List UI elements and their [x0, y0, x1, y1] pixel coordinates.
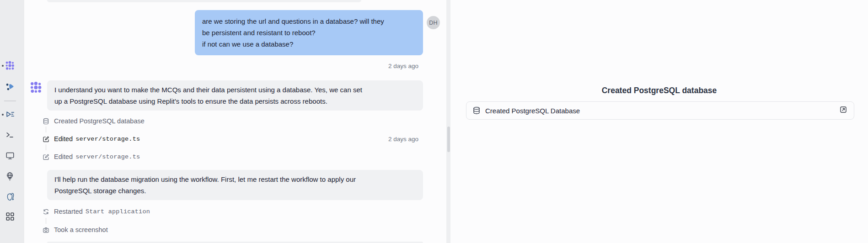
timeline-row-label: Restarted: [54, 208, 83, 215]
timeline-row-created-database[interactable]: Created PostgreSQL database: [43, 116, 145, 126]
refresh-icon: [43, 208, 49, 215]
workflows-indicator-dot: [2, 114, 4, 116]
dock-item-apps-grid[interactable]: [5, 211, 15, 222]
user-avatar: DH: [427, 16, 440, 29]
agent-avatar: [30, 81, 43, 94]
agent-sparkle-icon: [5, 61, 15, 71]
timeline-connector: [46, 144, 47, 150]
camera-icon: [43, 227, 49, 233]
chat-scrollbar-track: [446, 0, 450, 243]
dock-item-agent[interactable]: [5, 61, 15, 71]
edit-file-icon: [43, 153, 49, 160]
agent-chat-panel: are we storing the url and questions in …: [24, 0, 446, 243]
database-icon: [43, 118, 49, 125]
dock-item-postgresql[interactable]: [5, 192, 15, 202]
network-icon: [5, 82, 15, 92]
message-timestamp: 2 days ago: [388, 62, 418, 70]
agent-indicator-dot: [2, 65, 4, 67]
globe-icon: [5, 171, 15, 181]
workspace-dock: [0, 0, 24, 243]
created-database-card[interactable]: Created PostgreSQL Database: [466, 101, 854, 120]
previous-message-bubble-edge: [47, 0, 361, 2]
agent-message-bubble: I understand you want to make the MCQs a…: [47, 80, 423, 111]
edit-file-icon: [43, 136, 49, 143]
dock-item-web[interactable]: [5, 171, 15, 181]
timeline-row-filename: server/storage.ts: [75, 136, 140, 143]
monitor-icon: [5, 151, 15, 161]
detail-panel: Created PostgreSQL database Created Post…: [450, 0, 868, 243]
timeline-timestamp: 2 days ago: [388, 135, 418, 143]
user-message-bubble: are we storing the url and questions in …: [195, 10, 423, 55]
workflows-icon: [5, 110, 15, 120]
timeline-row-label: Created PostgreSQL database: [54, 117, 145, 125]
timeline-row-edited-file[interactable]: Edited server/storage.ts: [43, 134, 140, 143]
dock-item-network[interactable]: [5, 82, 15, 92]
timeline-row-took-screenshot[interactable]: Took a screenshot: [43, 225, 108, 234]
timeline-connector: [46, 127, 47, 132]
timeline-row-filename: server/storage.ts: [75, 153, 140, 160]
agent-message-bubble: I'll help run the database migration usi…: [47, 170, 423, 200]
chat-scrollbar-thumb[interactable]: [447, 127, 450, 152]
detail-panel-title: Created PostgreSQL database: [450, 86, 868, 95]
timeline-row-restarted-workflow[interactable]: Restarted Start application: [43, 207, 150, 216]
apps-grid-icon: [5, 211, 15, 222]
timeline-row-label: Edited: [54, 135, 73, 143]
open-link-button[interactable]: [839, 106, 848, 115]
timeline-row-label: Edited: [54, 153, 73, 160]
open-link-icon: [839, 106, 847, 116]
timeline-row-edited-file[interactable]: Edited server/storage.ts: [43, 152, 140, 161]
timeline-row-label: Took a screenshot: [54, 226, 108, 233]
timeline-connector: [46, 218, 47, 224]
dock-item-workflows[interactable]: [5, 110, 15, 120]
dock-item-shell[interactable]: [5, 130, 15, 140]
agent-sparkle-icon: [30, 81, 43, 94]
postgresql-icon: [5, 192, 15, 202]
dock-item-monitor[interactable]: [5, 151, 15, 161]
database-icon: [472, 106, 481, 115]
dock-divider: [4, 100, 16, 101]
timeline-row-workflow-name: Start application: [86, 208, 150, 215]
shell-icon: [5, 130, 15, 140]
created-database-card-label: Created PostgreSQL Database: [485, 107, 580, 115]
